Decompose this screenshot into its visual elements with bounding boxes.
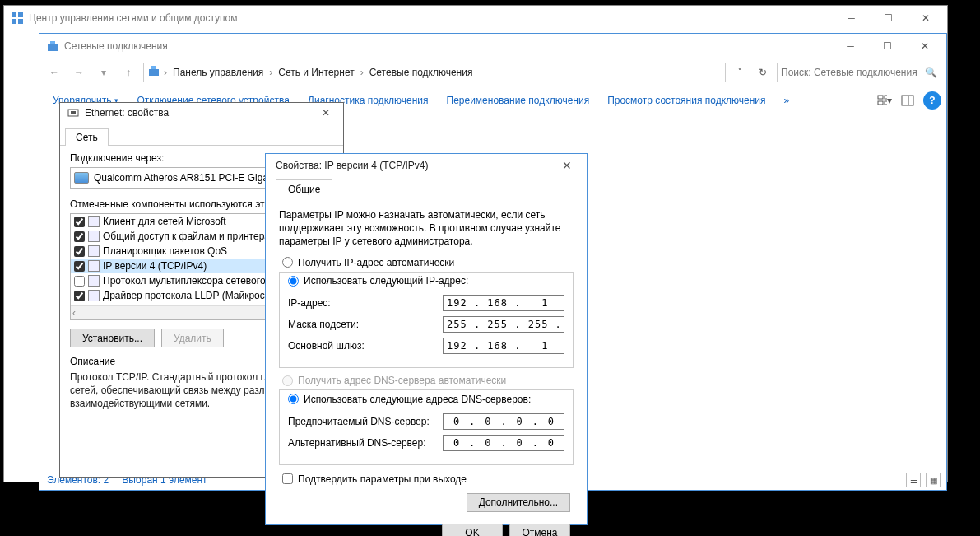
chevron-right-icon: ›	[267, 67, 274, 78]
radio-input[interactable]	[288, 276, 299, 287]
nav-up-icon[interactable]: ↑	[118, 63, 138, 82]
protocol-icon	[88, 216, 100, 227]
svg-rect-10	[878, 101, 883, 105]
close-button[interactable]: ✕	[906, 35, 943, 58]
radio-input[interactable]	[282, 257, 293, 268]
titlebar[interactable]: Сетевые подключения ─ ☐ ✕	[39, 34, 946, 58]
view-details-icon[interactable]: ☰	[906, 473, 921, 487]
address-dropdown-icon[interactable]: ˅	[731, 63, 749, 82]
svg-rect-1	[18, 12, 23, 17]
view-options-icon[interactable]: ▾	[877, 93, 892, 108]
protocol-icon	[88, 260, 100, 272]
rename-command[interactable]: Переименование подключения	[439, 91, 598, 110]
component-checkbox[interactable]	[74, 276, 85, 287]
app-icon	[11, 12, 24, 25]
component-label: Драйвер протокола LLDP (Майкрософ	[103, 290, 278, 301]
radio-use-ip[interactable]: Использовать следующий IP-адрес:	[288, 275, 473, 287]
breadcrumb[interactable]: › Панель управления › Сеть и Интернет › …	[143, 63, 726, 82]
minimize-button[interactable]: ─	[832, 35, 869, 58]
protocol-icon	[88, 245, 100, 257]
radio-label: Использовать следующий IP-адрес:	[304, 275, 468, 287]
maximize-button[interactable]: ☐	[869, 35, 906, 58]
minimize-button[interactable]: ─	[833, 7, 870, 30]
tab-row: Общие	[276, 179, 577, 198]
ipv4-properties-dialog: Свойства: IP версии 4 (TCP/IPv4) ✕ Общие…	[265, 153, 588, 525]
crumb[interactable]: Панель управления	[170, 67, 266, 78]
svg-rect-15	[71, 111, 76, 114]
component-label: IP версии 4 (TCP/IPv4)	[103, 260, 207, 272]
ip-address-input[interactable]	[443, 295, 564, 311]
component-checkbox[interactable]	[74, 217, 85, 227]
address-bar: ← → ▾ ↑ › Панель управления › Сеть и Инт…	[39, 58, 946, 86]
subnet-mask-input[interactable]	[443, 316, 564, 333]
view-large-icon[interactable]: ▦	[926, 473, 941, 487]
crumb[interactable]: Сеть и Интернет	[276, 67, 356, 78]
gateway-label: Основной шлюз:	[288, 340, 365, 352]
refresh-icon[interactable]: ↻	[754, 63, 772, 82]
help-icon[interactable]: ?	[923, 91, 941, 110]
nic-icon	[74, 172, 89, 184]
more-commands[interactable]: »	[776, 91, 798, 110]
svg-rect-9	[885, 96, 887, 99]
component-checkbox[interactable]	[74, 261, 85, 272]
uninstall-button: Удалить	[161, 329, 224, 347]
radio-label: Использовать следующие адреса DNS-сервер…	[304, 394, 531, 405]
ip-fieldset: Использовать следующий IP-адрес: IP-адре…	[279, 272, 574, 369]
titlebar[interactable]: Ethernet: свойства ✕	[60, 103, 343, 123]
radio-input	[282, 375, 293, 386]
dialog-title: Свойства: IP версии 4 (TCP/IPv4)	[272, 160, 550, 171]
close-button[interactable]: ✕	[312, 101, 340, 124]
view-status-command[interactable]: Просмотр состояния подключения	[599, 91, 773, 110]
dns1-label: Предпочитаемый DNS-сервер:	[288, 416, 430, 427]
tab-general[interactable]: Общие	[276, 179, 332, 198]
ok-button[interactable]: OK	[442, 524, 503, 536]
window-title: Центр управления сетями и общим доступом	[29, 12, 833, 24]
close-button[interactable]: ✕	[550, 154, 583, 177]
component-label: Клиент для сетей Microsoft	[103, 216, 226, 227]
nav-forward-icon[interactable]: →	[69, 63, 89, 82]
search-input[interactable]: Поиск: Сетевые подключения 🔍	[777, 63, 941, 82]
app-icon	[46, 40, 59, 53]
confirm-label: Подтвердить параметры при выходе	[298, 473, 467, 485]
protocol-icon	[88, 275, 100, 287]
install-button[interactable]: Установить...	[70, 329, 155, 347]
svg-rect-11	[885, 101, 887, 105]
crumb[interactable]: Сетевые подключения	[367, 67, 476, 78]
info-text: Параметры IP можно назначать автоматичес…	[279, 208, 574, 249]
advanced-button[interactable]: Дополнительно...	[467, 493, 570, 512]
component-label: Общий доступ к файлам и принтерам	[103, 231, 276, 242]
component-checkbox[interactable]	[74, 246, 85, 257]
window-title: Сетевые подключения	[64, 40, 832, 52]
nav-back-icon[interactable]: ←	[44, 63, 64, 82]
radio-auto-ip[interactable]: Получить IP-адрес автоматически	[282, 257, 570, 268]
close-button[interactable]: ✕	[907, 7, 944, 30]
dns1-input[interactable]: 0.0.0.0	[443, 413, 564, 430]
component-checkbox[interactable]	[74, 291, 85, 301]
dialog-body: Общие Параметры IP можно назначать автом…	[266, 179, 587, 536]
ethernet-icon	[67, 106, 80, 119]
radio-use-dns[interactable]: Использовать следующие адреса DNS-сервер…	[288, 394, 536, 405]
component-checkbox[interactable]	[74, 231, 85, 242]
adapter-name: Qualcomm Atheros AR8151 PCI-E Gigabit	[94, 172, 279, 184]
titlebar[interactable]: Центр управления сетями и общим доступом…	[4, 6, 947, 30]
svg-rect-3	[18, 19, 23, 24]
maximize-button[interactable]: ☐	[870, 7, 907, 30]
gateway-input[interactable]	[443, 338, 564, 354]
search-placeholder: Поиск: Сетевые подключения	[781, 67, 917, 78]
titlebar[interactable]: Свойства: IP версии 4 (TCP/IPv4) ✕	[266, 154, 587, 177]
radio-label: Получить адрес DNS-сервера автоматически	[298, 375, 506, 386]
nav-recent-icon[interactable]: ▾	[94, 63, 114, 82]
confirm-checkbox-row[interactable]: Подтвердить параметры при выходе	[282, 473, 570, 485]
dns2-input[interactable]: 0.0.0.0	[443, 435, 564, 451]
radio-input[interactable]	[288, 394, 299, 404]
tab-network[interactable]: Сеть	[65, 128, 109, 146]
component-label: Планировщик пакетов QoS	[103, 245, 227, 257]
component-label: Протокол мультиплексора сетевого	[103, 275, 266, 287]
search-icon: 🔍	[925, 67, 937, 78]
preview-pane-icon[interactable]	[900, 93, 915, 108]
confirm-checkbox[interactable]	[282, 473, 293, 484]
cancel-button[interactable]: Отмена	[509, 524, 570, 536]
subnet-mask-label: Маска подсети:	[288, 319, 359, 330]
chevron-right-icon: ›	[359, 67, 365, 78]
dns-fieldset: Использовать следующие адреса DNS-сервер…	[279, 389, 574, 465]
